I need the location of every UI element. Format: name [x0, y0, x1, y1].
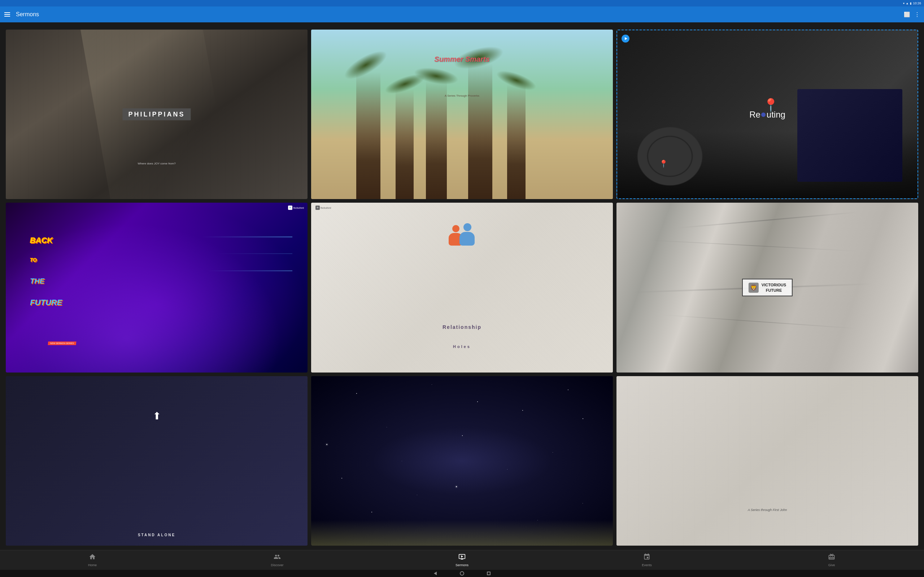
sermon-content: PHILIPPIANS Where does JOY come from? [0, 23, 462, 288]
app-title: Sermons [16, 11, 462, 18]
app-bar: Sermons ⬜ ⋮ [0, 6, 462, 23]
summer-subtitle: A Series Through Proverbs [311, 94, 462, 97]
fbc-logo-relationship: ✛ fbcbuford [315, 206, 331, 210]
sermon-card-summer[interactable]: Summer Smarts A Series Through Proverbs [311, 29, 462, 199]
menu-button[interactable] [4, 12, 10, 16]
fbc-logo-future: ✛ fbcbuford [288, 206, 304, 210]
status-bar: ▾ ▲ ▮ 10:26 [0, 0, 462, 6]
sermon-card-future[interactable]: ✛ fbcbuford BACK TO THE FUTURE NEW SERMO… [6, 203, 307, 288]
summer-title: Summer Smarts [311, 55, 462, 63]
sermon-card-relationship[interactable]: ✛ fbcbuford Relationship [311, 203, 462, 288]
sermon-card-philippians[interactable]: PHILIPPIANS Where does JOY come from? [6, 29, 307, 199]
philippians-subtitle: Where does JOY come from? [6, 162, 307, 165]
philippians-title: PHILIPPIANS [128, 111, 185, 118]
back-text: BACK [30, 237, 53, 245]
philippians-title-box: PHILIPPIANS [122, 108, 191, 121]
sermon-grid: PHILIPPIANS Where does JOY come from? [6, 29, 462, 288]
